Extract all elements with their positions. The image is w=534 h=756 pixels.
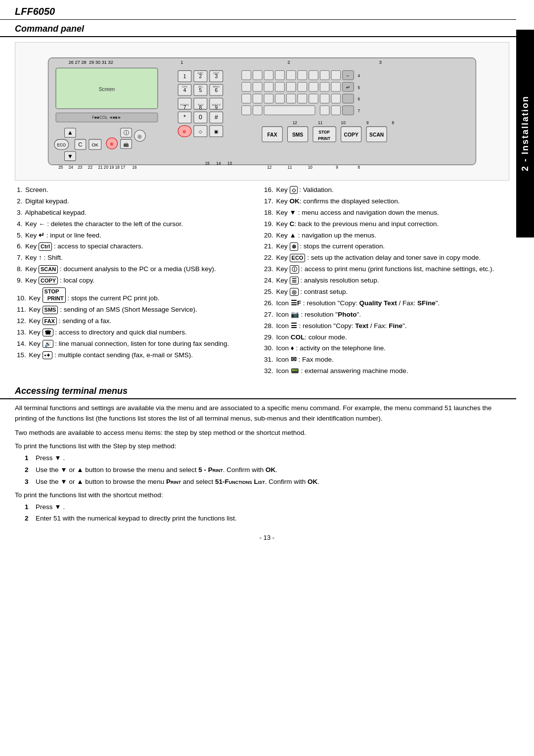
accessing-para1: All terminal functions and settings are … — [15, 403, 509, 424]
list-item: 23. Key ⓘ : access to print menu (print … — [262, 265, 504, 274]
svg-rect-90 — [275, 82, 285, 92]
svg-text:◇: ◇ — [199, 129, 202, 134]
svg-text:MNO: MNO — [213, 85, 220, 88]
diagram-area: Screen F■■COL ◄■■► 26 27 28 29 30 31 32 … — [15, 42, 509, 181]
list-item: 21. Key ⊗ : stops the current operation. — [262, 242, 504, 251]
svg-text:↵: ↵ — [346, 85, 350, 90]
svg-rect-91 — [286, 82, 296, 92]
svg-rect-95 — [331, 82, 341, 92]
list-item: 29. Icon COL: colour mode. — [262, 333, 504, 342]
svg-text:29 30 31 32: 29 30 31 32 — [89, 60, 113, 65]
svg-text:0: 0 — [199, 114, 202, 121]
list-item: 24. Key ☰ : analysis resolution setup. — [262, 276, 504, 285]
list-item: 31. Icon ✉ : Fax mode. — [262, 355, 504, 365]
list-item: 28. Icon ☰ : resolution "Copy: Text / Fa… — [262, 322, 504, 331]
svg-text:JKL: JKL — [198, 85, 203, 88]
svg-rect-77 — [264, 71, 273, 80]
svg-text:ECO: ECO — [57, 143, 66, 147]
list-item: 27. Icon 📷 : resolution "Photo". — [262, 310, 504, 320]
list-item: 9. Key COPY : local copy. — [15, 276, 257, 285]
page-footer: - 13 - — [0, 534, 534, 541]
svg-rect-92 — [298, 82, 307, 92]
list-item: 10. Key STOP PRINT : stops the current P… — [15, 287, 257, 303]
svg-text:8: 8 — [199, 105, 202, 110]
list-item: 4. Key ← : deletes the character to the … — [15, 220, 257, 229]
svg-rect-94 — [320, 82, 329, 92]
svg-rect-112 — [264, 106, 315, 115]
svg-text:9: 9 — [366, 121, 369, 125]
list-item: 14. Key 🔊 : line manual connection, list… — [15, 339, 257, 349]
side-tab-label: 2 - Installation — [520, 95, 531, 171]
svg-rect-103 — [286, 94, 296, 103]
svg-text:▼: ▼ — [67, 153, 73, 160]
list-item: 7. Key ↑ : Shift. — [15, 253, 257, 263]
svg-text:ⓘ: ⓘ — [124, 130, 129, 136]
svg-text:14: 14 — [216, 161, 221, 166]
side-tab: 2 - Installation — [516, 30, 534, 237]
svg-text:COPY: COPY — [344, 132, 358, 138]
svg-rect-93 — [309, 82, 318, 92]
svg-rect-80 — [298, 71, 307, 80]
svg-text:26 27 28: 26 27 28 — [69, 60, 87, 65]
list-item: 8. Key SCAN : document analysis to the P… — [15, 265, 257, 274]
list-item: 1 Press ▼ . — [25, 453, 509, 464]
svg-rect-89 — [264, 82, 273, 92]
svg-rect-75 — [242, 71, 251, 80]
svg-text:11: 11 — [287, 165, 292, 170]
svg-rect-108 — [343, 94, 354, 103]
svg-rect-106 — [320, 94, 329, 103]
list-item: 12. Key FAX : sending of a fax. — [15, 317, 257, 326]
svg-rect-102 — [275, 94, 285, 103]
svg-text:23: 23 — [78, 165, 83, 170]
list-item: 20. Key ▲ : navigation up the menus. — [262, 231, 504, 240]
svg-text:📠: 📠 — [123, 142, 129, 147]
command-panel-diagram: Screen F■■COL ◄■■► 26 27 28 29 30 31 32 … — [15, 43, 509, 180]
svg-text:9: 9 — [336, 165, 338, 170]
svg-rect-115 — [343, 106, 354, 115]
svg-text:15: 15 — [205, 161, 210, 166]
svg-text:←: ← — [346, 73, 351, 78]
svg-rect-79 — [286, 71, 296, 80]
keys-section: 1. Screen. 2. Digital keypad. 3. Alphabe… — [15, 186, 509, 378]
svg-text:5: 5 — [358, 86, 360, 90]
shortcut-method-list: 1 Press ▼ . 2 Enter 51 with the numerica… — [25, 502, 509, 524]
command-panel-heading: Command panel — [0, 20, 516, 37]
svg-rect-114 — [331, 106, 341, 115]
svg-rect-104 — [298, 94, 307, 103]
svg-text:7: 7 — [358, 109, 360, 113]
svg-text:6: 6 — [358, 97, 360, 101]
svg-text:7: 7 — [183, 105, 186, 110]
svg-text:▣: ▣ — [214, 129, 219, 134]
svg-text:8: 8 — [358, 165, 360, 170]
svg-rect-81 — [309, 71, 318, 80]
svg-text:16: 16 — [132, 165, 137, 170]
svg-rect-76 — [253, 71, 262, 80]
svg-text:STOP: STOP — [318, 130, 330, 135]
svg-text:10: 10 — [308, 165, 313, 170]
svg-text:6: 6 — [215, 88, 218, 93]
svg-rect-87 — [242, 82, 251, 92]
svg-rect-99 — [242, 94, 251, 103]
shortcut-method-section: To print the functions list with the sho… — [15, 490, 509, 524]
svg-text:24: 24 — [69, 165, 74, 170]
svg-text:8: 8 — [392, 121, 395, 125]
page-title: LFF6050 — [15, 6, 491, 17]
list-item: 2 Use the ▼ or ▲ button to browse the me… — [25, 465, 509, 475]
svg-text:3: 3 — [379, 60, 382, 65]
svg-rect-100 — [253, 94, 262, 103]
list-item: 5. Key ↵ : input or line feed. — [15, 231, 257, 240]
svg-text:4: 4 — [358, 74, 360, 78]
svg-rect-113 — [320, 106, 329, 115]
svg-rect-83 — [331, 71, 341, 80]
svg-rect-107 — [331, 94, 341, 103]
list-item: 32. Icon 📟 : external answering machine … — [262, 367, 504, 376]
list-item: 30. Icon ♦ : activity on the telephone l… — [262, 344, 504, 353]
svg-text:SMS: SMS — [292, 132, 303, 138]
svg-text:F■■COL ◄■■►: F■■COL ◄■■► — [92, 115, 122, 120]
list-item: 3. Alphabetical keypad. — [15, 208, 257, 218]
svg-rect-110 — [242, 106, 251, 115]
list-item: 3 Use the ▼ or ▲ button to browse the me… — [25, 477, 509, 487]
list-item: 1 Press ▼ . — [25, 502, 509, 513]
svg-text:1: 1 — [183, 74, 186, 79]
step-method-intro: To print the functions list with the Ste… — [15, 441, 509, 452]
